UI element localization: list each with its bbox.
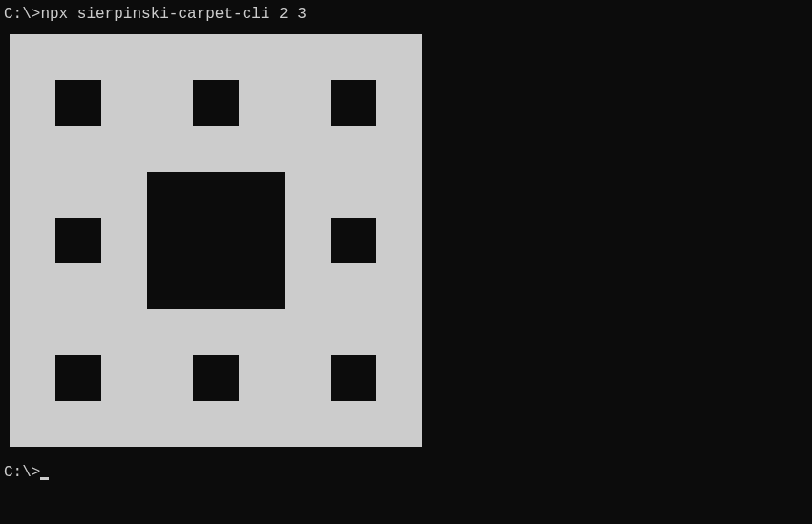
carpet-cell bbox=[193, 401, 239, 447]
carpet-cell bbox=[285, 126, 331, 172]
carpet-cell bbox=[331, 309, 376, 355]
carpet-cell bbox=[101, 263, 147, 309]
carpet-cell bbox=[376, 80, 422, 126]
carpet-cell bbox=[331, 263, 376, 309]
carpet-cell bbox=[285, 34, 331, 80]
carpet-cell bbox=[147, 401, 193, 447]
carpet-cell bbox=[55, 172, 101, 218]
carpet-cell bbox=[331, 218, 376, 263]
carpet-cell bbox=[147, 34, 193, 80]
carpet-cell bbox=[101, 172, 147, 218]
carpet-cell bbox=[331, 355, 376, 401]
carpet-cell bbox=[239, 80, 285, 126]
typed-command: npx sierpinski-carpet-cli 2 3 bbox=[40, 6, 306, 23]
carpet-cell bbox=[285, 172, 331, 218]
carpet-cell bbox=[285, 309, 331, 355]
carpet-cell bbox=[147, 218, 193, 263]
carpet-cell bbox=[193, 355, 239, 401]
carpet-cell bbox=[376, 126, 422, 172]
carpet-cell bbox=[55, 401, 101, 447]
carpet-cell bbox=[193, 34, 239, 80]
carpet-cell bbox=[147, 309, 193, 355]
carpet-cell bbox=[147, 172, 193, 218]
cursor-icon bbox=[40, 477, 49, 480]
command-line: C:\>npx sierpinski-carpet-cli 2 3 bbox=[4, 6, 808, 23]
carpet-cell bbox=[10, 80, 55, 126]
carpet-cell bbox=[376, 309, 422, 355]
carpet-cell bbox=[101, 80, 147, 126]
carpet-cell bbox=[239, 309, 285, 355]
carpet-cell bbox=[285, 80, 331, 126]
carpet-cell bbox=[376, 218, 422, 263]
carpet-cell bbox=[10, 126, 55, 172]
prompt-line[interactable]: C:\> bbox=[4, 464, 808, 481]
carpet-cell bbox=[147, 355, 193, 401]
carpet-cell bbox=[10, 309, 55, 355]
carpet-cell bbox=[331, 401, 376, 447]
prompt-prefix: C:\> bbox=[4, 6, 40, 23]
carpet-cell bbox=[331, 172, 376, 218]
carpet-cell bbox=[147, 126, 193, 172]
carpet-cell bbox=[376, 263, 422, 309]
carpet-cell bbox=[55, 218, 101, 263]
carpet-cell bbox=[55, 309, 101, 355]
carpet-cell bbox=[285, 263, 331, 309]
carpet-cell bbox=[193, 126, 239, 172]
carpet-cell bbox=[101, 401, 147, 447]
carpet-cell bbox=[285, 401, 331, 447]
carpet-cell bbox=[376, 355, 422, 401]
carpet-cell bbox=[193, 80, 239, 126]
carpet-cell bbox=[239, 218, 285, 263]
carpet-cell bbox=[55, 126, 101, 172]
carpet-cell bbox=[55, 355, 101, 401]
carpet-cell bbox=[239, 126, 285, 172]
carpet-cell bbox=[101, 218, 147, 263]
carpet-cell bbox=[331, 80, 376, 126]
carpet-cell bbox=[101, 355, 147, 401]
carpet-cell bbox=[10, 34, 55, 80]
carpet-cell bbox=[55, 80, 101, 126]
sierpinski-carpet-output bbox=[10, 34, 808, 447]
carpet-cell bbox=[193, 309, 239, 355]
carpet-cell bbox=[285, 218, 331, 263]
carpet-cell bbox=[147, 80, 193, 126]
carpet-cell bbox=[239, 34, 285, 80]
carpet-cell bbox=[331, 34, 376, 80]
carpet-cell bbox=[55, 263, 101, 309]
carpet-cell bbox=[101, 126, 147, 172]
carpet-cell bbox=[239, 401, 285, 447]
carpet-cell bbox=[55, 34, 101, 80]
carpet-cell bbox=[10, 263, 55, 309]
carpet-cell bbox=[376, 172, 422, 218]
carpet-cell bbox=[376, 401, 422, 447]
carpet-cell bbox=[101, 34, 147, 80]
carpet-cell bbox=[193, 263, 239, 309]
carpet-cell bbox=[376, 34, 422, 80]
carpet-cell bbox=[10, 401, 55, 447]
carpet-cell bbox=[147, 263, 193, 309]
carpet-cell bbox=[10, 355, 55, 401]
carpet-cell bbox=[193, 172, 239, 218]
carpet-cell bbox=[239, 172, 285, 218]
prompt-prefix: C:\> bbox=[4, 464, 40, 481]
carpet-cell bbox=[331, 126, 376, 172]
carpet-cell bbox=[239, 355, 285, 401]
carpet-cell bbox=[239, 263, 285, 309]
carpet-cell bbox=[10, 218, 55, 263]
carpet-cell bbox=[101, 309, 147, 355]
carpet-cell bbox=[193, 218, 239, 263]
carpet-cell bbox=[10, 172, 55, 218]
carpet-cell bbox=[285, 355, 331, 401]
